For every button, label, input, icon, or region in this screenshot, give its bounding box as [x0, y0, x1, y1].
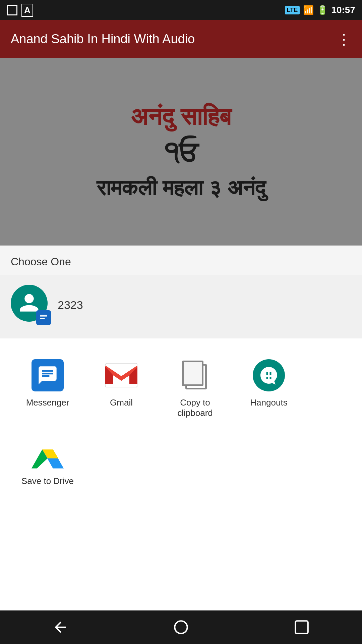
back-button[interactable]	[47, 614, 74, 641]
time-display: 10:57	[331, 5, 355, 15]
hangouts-label: Hangouts	[250, 397, 287, 408]
copy-to-clipboard-label: Copy to clipboard	[162, 397, 229, 418]
notification-icon	[7, 5, 17, 15]
save-to-drive-label: Save to Drive	[21, 476, 74, 486]
hindi-subtitle: रामकली महला ३ अनंदु	[97, 175, 265, 201]
battery-icon: 🔋	[317, 5, 328, 15]
hindi-symbol: ੧ਓ	[164, 138, 198, 169]
choose-one-label: Choose One	[0, 246, 362, 275]
app-item-save-to-drive[interactable]: Save to Drive	[11, 432, 84, 493]
app-item-hangouts[interactable]: Hangouts	[232, 352, 306, 425]
status-bar-right: LTE 📶 🔋 10:57	[285, 5, 355, 15]
hangouts-icon-wrapper	[252, 359, 286, 392]
gmail-icon	[105, 363, 137, 387]
app-icon-small: A	[21, 4, 33, 17]
apps-section: Messenger Gmail	[0, 338, 362, 510]
svg-rect-5	[295, 621, 308, 634]
app-item-copy-to-clipboard[interactable]: Copy to clipboard	[158, 352, 232, 425]
recents-button[interactable]	[288, 614, 315, 641]
hangouts-svg	[259, 365, 279, 385]
drive-icon-wrapper	[32, 438, 64, 471]
hindi-title: अनंदु साहिब	[131, 103, 231, 131]
back-icon	[52, 619, 69, 636]
gmail-icon-wrapper	[105, 359, 138, 392]
message-badge-icon	[39, 313, 48, 322]
more-options-icon[interactable]: ⋮	[337, 31, 351, 48]
home-button[interactable]	[168, 614, 194, 641]
apps-row-2: Save to Drive	[11, 432, 351, 493]
messenger-label: Messenger	[26, 397, 69, 408]
contact-name: 2323	[58, 299, 83, 312]
home-icon	[173, 619, 189, 636]
clipboard-icon-wrapper	[178, 359, 212, 392]
status-bar-left: A	[7, 4, 33, 17]
signal-icon: 📶	[303, 5, 314, 15]
app-item-gmail[interactable]: Gmail	[84, 352, 158, 425]
messenger-icon-wrapper	[31, 359, 64, 392]
hangouts-icon	[253, 359, 285, 391]
gmail-label: Gmail	[110, 397, 133, 408]
app-item-messenger[interactable]: Messenger	[11, 352, 84, 425]
messenger-svg	[37, 365, 58, 386]
navigation-bar	[0, 610, 362, 644]
contact-avatar-wrapper	[11, 285, 51, 325]
contact-info: 2323	[58, 299, 83, 312]
recents-icon	[293, 619, 310, 636]
messenger-icon	[32, 359, 64, 391]
contact-badge	[36, 310, 51, 325]
app-title: Anand Sahib In Hindi With Audio	[11, 32, 195, 46]
clipboard-icon	[181, 359, 209, 391]
lte-badge: LTE	[285, 6, 300, 14]
drive-icon-clean	[32, 440, 64, 469]
apps-row-1: Messenger Gmail	[11, 352, 351, 425]
contact-row[interactable]: 2323	[0, 275, 362, 338]
svg-point-4	[175, 621, 187, 634]
content-preview: अनंदु साहिब ੧ਓ रामकली महला ३ अनंदु	[0, 58, 362, 246]
app-bar: Anand Sahib In Hindi With Audio ⋮	[0, 20, 362, 58]
clipboard-page1	[182, 361, 203, 386]
status-bar: A LTE 📶 🔋 10:57	[0, 0, 362, 20]
